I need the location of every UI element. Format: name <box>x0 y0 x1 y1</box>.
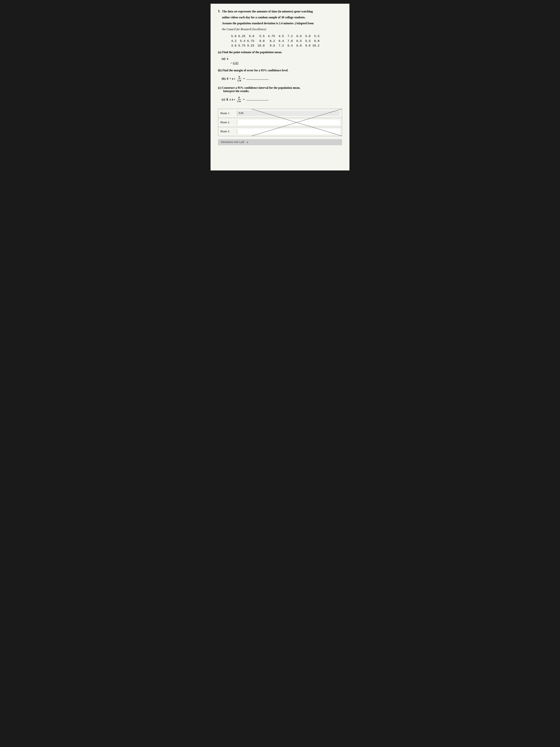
data-cell: 5.8 <box>303 34 312 39</box>
blank-2-row: Blank 2: <box>218 118 342 127</box>
data-cell: 9.8 <box>303 44 312 48</box>
sqrt-n-denominator: √ n <box>237 78 242 82</box>
part-b-formula: E = zc σ √ n = <box>227 75 269 82</box>
data-cell: 6.4 <box>276 39 285 44</box>
part-c-formula-section: (c) x̄ ± zc σ √ n = <box>222 96 342 103</box>
problem-number: 1. <box>218 9 220 33</box>
blank-3-input[interactable] <box>237 129 340 134</box>
n-content-c: n <box>239 100 241 103</box>
x-bar-symbol: x ‾ <box>227 57 229 60</box>
data-cell: 8.0 <box>247 34 256 39</box>
data-cell: 10.2 <box>312 44 321 48</box>
data-cell: 6.25 <box>238 34 247 39</box>
n-content: n <box>239 79 241 82</box>
footer-bar: Informative web 1.pdf ∧ <box>218 139 342 145</box>
part-b-question: (b) Find the margin of error for a 95% c… <box>218 69 342 72</box>
subscript-c2: c <box>234 98 235 101</box>
equals-blank-c: = <box>243 98 268 101</box>
data-cell: 10.0 <box>256 44 266 48</box>
problem-statement: The data set represents the amounts of t… <box>222 9 314 33</box>
data-cell: 9.6 <box>266 44 276 48</box>
equals-blank-b: = <box>243 77 269 81</box>
part-a-label: (a) x ‾ <box>222 57 342 60</box>
data-cell: 8.2 <box>266 39 276 44</box>
blank-3-row: Blank 3: <box>218 127 342 136</box>
part-a-answer: (a) x ‾ = 6.85 <box>222 57 342 65</box>
data-cell: 6.75 <box>238 44 247 48</box>
part-c-question-line2: Interpret the results. <box>223 89 249 93</box>
data-cell: 7.8 <box>285 39 294 44</box>
problem-header: 1. The data set represents the amounts o… <box>218 9 342 33</box>
footer-filename: Informative web 1.pdf <box>221 140 244 144</box>
sqrt-n-denominator-c: √ n <box>236 99 242 103</box>
part-b-formula-section: (b) E = zc σ √ n = <box>222 75 342 82</box>
part-c-formula-label: (c) x̄ ± zc σ √ n = <box>222 96 342 103</box>
blank-1-row: Blank 1: 6.85 <box>218 109 342 118</box>
data-cell: 5.5 <box>256 34 266 39</box>
part-b-label-text: (b) <box>222 77 225 81</box>
part-c-question: (c) Construct a 95% confidence interval … <box>218 86 342 93</box>
data-cell: 6.8 <box>294 44 303 48</box>
part-a-value: 6.85 <box>233 61 239 65</box>
problem-text-line2: online videos each day for a random samp… <box>222 15 314 20</box>
part-a-question: (a) Find the point estimate of the popul… <box>218 51 342 54</box>
data-cell: 6.5 <box>294 39 303 44</box>
part-a-label-text: (a) <box>222 57 225 60</box>
equals-sign: = <box>231 61 233 65</box>
part-b-formula-label: (b) E = zc σ √ n = <box>222 75 342 82</box>
blank-2-label: Blank 2: <box>220 121 237 124</box>
problem-text-source: the Council for Research Excellence) <box>222 27 314 31</box>
data-cell: 5.0 <box>229 34 238 39</box>
chevron-up-icon[interactable]: ∧ <box>246 140 248 144</box>
sigma-over-sqrt-n-c: σ √ n <box>236 96 242 103</box>
blank-1-value: 6.85 <box>239 111 243 114</box>
data-cell: 9.8 <box>256 39 266 44</box>
blank-line-b <box>246 79 269 80</box>
data-cell: 6.4 <box>285 44 294 48</box>
blank-1-input[interactable]: 6.85 <box>237 111 340 116</box>
sqrt-wrapper-c: √ n <box>237 99 241 103</box>
data-table: 5.0 6.25 8.0 5.5 4.75 4.5 7.2 6.6 5.8 5.… <box>229 34 342 48</box>
sigma-over-sqrt-n: σ √ n <box>237 75 242 82</box>
blank-2-input[interactable] <box>237 120 340 125</box>
problem-text-line3: Assume the population standard deviation… <box>222 21 314 26</box>
data-cell: 5.5 <box>312 34 321 39</box>
data-cell: 7.2 <box>285 34 294 39</box>
data-cell: 4.75 <box>266 34 276 39</box>
problem-text-line1: The data set represents the amounts of t… <box>222 9 314 14</box>
data-row-3: 3.8 6.75 9.25 10.0 9.6 7.2 6.4 6.8 9.8 1… <box>229 44 342 48</box>
data-cell: 5.4 <box>238 39 247 44</box>
blanks-section: Blank 1: 6.85 Blank 2: Blank 3: <box>218 109 342 136</box>
part-c-label-text: (c) <box>222 98 225 101</box>
part-c-question-text: (c) Construct a 95% confidence interval … <box>218 86 300 89</box>
sqrt-wrapper: √ n <box>237 78 241 82</box>
part-c-formula: x̄ ± zc σ √ n = <box>226 96 268 103</box>
blank-3-label: Blank 3: <box>220 130 237 133</box>
data-cell: 4.5 <box>276 34 285 39</box>
blank-1-label: Blank 1: <box>220 112 237 115</box>
data-cell: 5.5 <box>303 39 312 44</box>
data-cell: 7.2 <box>276 44 285 48</box>
x-bar-c: x̄ <box>226 98 228 101</box>
data-cell: 4.2 <box>229 39 238 44</box>
data-row-1: 5.0 6.25 8.0 5.5 4.75 4.5 7.2 6.6 5.8 5.… <box>229 34 342 39</box>
part-a-value-row: = 6.85 <box>231 61 342 65</box>
data-cell: 9.25 <box>247 44 256 48</box>
data-cell: 6.6 <box>294 34 303 39</box>
data-row-2: 4.2 5.4 6.75 9.8 8.2 6.4 7.8 6.5 5.5 6.0 <box>229 39 342 44</box>
page-container: 1. The data set represents the amounts o… <box>211 4 349 171</box>
data-cell: 3.8 <box>229 44 238 48</box>
data-cell: 6.75 <box>247 39 256 44</box>
subscript-c: c <box>234 77 235 80</box>
data-cell: 6.0 <box>312 39 321 44</box>
